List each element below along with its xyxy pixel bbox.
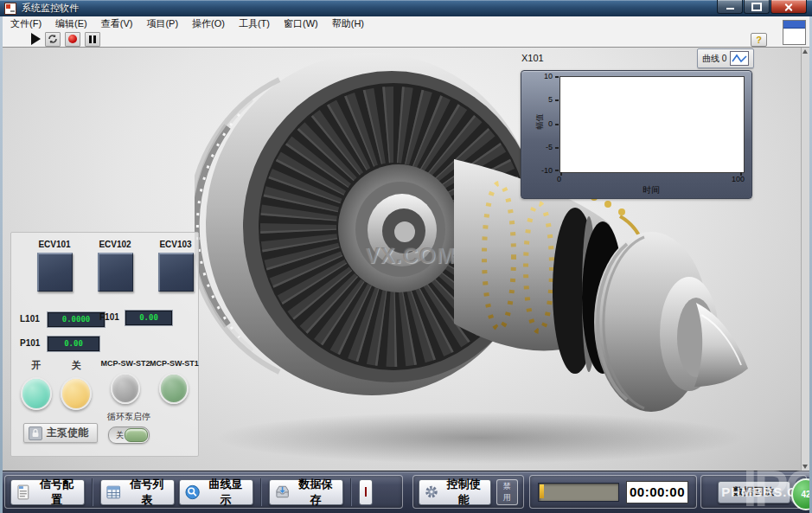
data-save-button[interactable]: 数据保存	[269, 479, 343, 505]
y-tick: 5	[528, 95, 553, 104]
menu-file[interactable]: 文件(F)	[3, 16, 48, 31]
led-indicator-st2[interactable]	[111, 373, 140, 404]
save-icon	[275, 484, 290, 499]
button-label: 数据保存	[294, 477, 337, 508]
progress-bar	[538, 483, 619, 502]
abort-icon[interactable]	[65, 32, 80, 47]
readout-value-l101: 0.0000	[48, 312, 105, 327]
y-tick: 10	[528, 72, 553, 80]
menu-window[interactable]: 窗口(W)	[277, 16, 325, 31]
x-axis-label: 时间	[559, 184, 743, 196]
window-frame-left	[0, 16, 3, 513]
valve-button-ecv102[interactable]	[98, 253, 133, 292]
data-playback-button[interactable]: 数据回放	[718, 481, 790, 503]
menu-project[interactable]: 项目(P)	[139, 16, 185, 31]
run-icon[interactable]	[31, 33, 41, 45]
pause-icon[interactable]	[85, 32, 100, 47]
front-panel: VX.COM X101 曲线 0 10 5 0 -5 -10 0 100 时间	[3, 47, 809, 471]
y-axis-label: 幅值	[534, 114, 546, 130]
menu-view[interactable]: 查看(V)	[94, 16, 140, 31]
chart-title: X101	[521, 53, 544, 63]
pump-toggle-switch[interactable]: 关	[108, 426, 150, 444]
led-mcp-sw-st2: MCP-SW-ST2	[98, 359, 153, 404]
button-label: 曲线显示	[204, 477, 247, 508]
scroll-down-icon[interactable]	[802, 465, 808, 469]
x-tick-min: 0	[557, 175, 561, 183]
valve-label: ECV101	[30, 240, 79, 249]
signal-config-button[interactable]: 信号配置	[10, 479, 85, 505]
close-button[interactable]	[770, 0, 807, 14]
readout-value-p101: 0.00	[48, 337, 99, 351]
led-label: 开	[16, 359, 56, 372]
valve-ecv103: ECV103	[151, 240, 200, 292]
signal-button-group: 信号配置 信号列表	[4, 475, 403, 509]
valve-label: ECV103	[151, 240, 200, 249]
vertical-scrollbar[interactable]	[801, 47, 809, 471]
led-label: 关	[56, 359, 96, 372]
readout-value-f101: 0.00	[125, 311, 172, 325]
control-enable-button[interactable]: 控制使能	[419, 479, 491, 505]
readout-label-l101: L101	[20, 314, 40, 324]
menu-edit[interactable]: 编辑(E)	[48, 16, 94, 31]
plot-area[interactable]	[559, 76, 745, 173]
help-button[interactable]: ?	[751, 33, 767, 47]
led-label: MCP-SW-ST2	[98, 359, 153, 368]
waveform-swatch-icon	[730, 51, 749, 66]
menu-tools[interactable]: 工具(T)	[232, 16, 277, 31]
toggle-knob[interactable]	[125, 428, 148, 442]
divider	[92, 478, 93, 506]
watermark-center: VX.COM	[365, 243, 456, 268]
progress-fill	[540, 484, 544, 498]
app-icon	[4, 3, 16, 15]
signal-list-button[interactable]: 信号列表	[100, 479, 175, 505]
menu-operate[interactable]: 操作(O)	[185, 16, 232, 31]
scroll-up-icon[interactable]	[802, 49, 808, 54]
readout-label-f101: F101	[99, 312, 119, 322]
waveform-chart[interactable]: 10 5 0 -5 -10 0 100 时间 幅值	[521, 70, 752, 199]
minimize-icon	[726, 8, 734, 10]
progress-timer-group: 00:00:00	[529, 475, 697, 509]
menu-bar: 文件(F) 编辑(E) 查看(V) 项目(P) 操作(O) 工具(T) 窗口(W…	[0, 16, 812, 32]
table-icon	[106, 485, 121, 499]
menu-help[interactable]: 帮助(H)	[325, 16, 371, 31]
led-open: 开	[16, 359, 56, 410]
vi-icon	[783, 20, 806, 45]
pump-toggle-label: 循环泵启停	[94, 411, 163, 423]
x-tick-max: 100	[726, 175, 745, 183]
led-indicator-open[interactable]	[21, 377, 52, 410]
chart-legend[interactable]: 曲线 0	[697, 48, 754, 68]
abort-dot	[68, 35, 77, 43]
valve-ecv102: ECV102	[91, 240, 139, 292]
main-pump-label: 主泵使能	[47, 426, 88, 440]
readout-label-p101: P101	[20, 338, 40, 348]
control-enable-group: 控制使能 禁用	[412, 475, 524, 509]
main-pump-enable-button[interactable]: 主泵使能	[23, 423, 98, 443]
valve-button-ecv103[interactable]	[158, 253, 194, 292]
close-icon	[784, 3, 793, 11]
maximize-button[interactable]	[744, 0, 770, 14]
led-label: MCP-SW-ST1	[150, 359, 198, 368]
curve-display-button[interactable]: 曲线显示	[179, 479, 253, 505]
divider	[260, 478, 262, 506]
legend-label: 曲线 0	[702, 53, 726, 65]
document-icon	[16, 484, 30, 500]
led-indicator-st1[interactable]	[159, 373, 189, 404]
valve-ecv101: ECV101	[30, 240, 79, 292]
run-continuous-icon[interactable]	[45, 32, 61, 47]
disable-button[interactable]: 禁用	[496, 479, 518, 505]
record-indicator-button[interactable]	[359, 479, 373, 505]
control-panel: ECV101 ECV102 ECV103 L101 0.0000 F101 0.…	[10, 232, 199, 457]
button-label: 控制使能	[443, 477, 485, 508]
led-indicator-close[interactable]	[61, 377, 92, 410]
minimize-button[interactable]	[717, 0, 743, 14]
button-label: 信号配置	[35, 477, 79, 508]
valve-button-ecv101[interactable]	[37, 253, 73, 292]
title-bar: 系统监控软件	[0, 0, 812, 16]
maximize-icon	[751, 3, 762, 11]
valve-label: ECV102	[91, 240, 139, 249]
toolbar: ?	[0, 31, 812, 48]
lock-icon	[29, 426, 42, 440]
gear-icon	[425, 484, 438, 499]
divider	[350, 478, 352, 506]
magnifier-icon	[185, 484, 200, 500]
